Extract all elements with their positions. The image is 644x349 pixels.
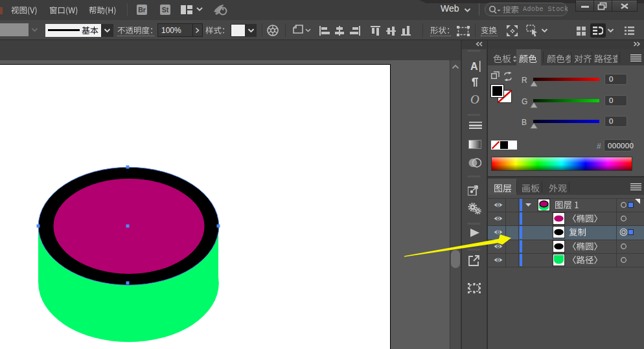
svg-text:A: A	[470, 61, 478, 72]
svg-text:O: O	[470, 95, 479, 104]
